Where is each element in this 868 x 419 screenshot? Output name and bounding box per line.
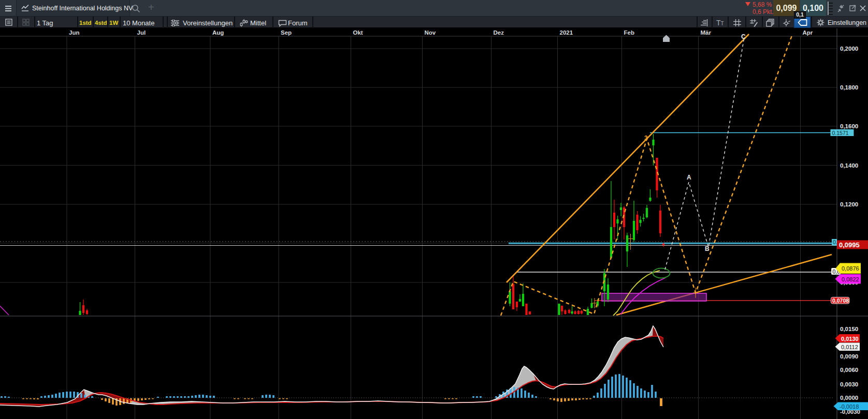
svg-text:0,1600: 0,1600 bbox=[840, 123, 858, 129]
svg-text:C: C bbox=[741, 33, 746, 40]
svg-text:0,0150: 0,0150 bbox=[840, 326, 858, 332]
svg-text:0,0995: 0,0995 bbox=[839, 241, 860, 249]
svg-text:-0,0018: -0,0018 bbox=[840, 403, 859, 410]
svg-text:3: 3 bbox=[644, 134, 648, 142]
svg-text:0,0000: 0,0000 bbox=[840, 395, 858, 401]
svg-text:0,0822: 0,0822 bbox=[842, 276, 859, 282]
svg-text:0,1200: 0,1200 bbox=[840, 201, 858, 207]
svg-text:0,1800: 0,1800 bbox=[840, 84, 858, 91]
svg-text:2021: 2021 bbox=[560, 29, 573, 36]
svg-text:Aug: Aug bbox=[212, 29, 224, 36]
svg-text:0,0130: 0,0130 bbox=[841, 336, 859, 342]
svg-text:Nov: Nov bbox=[425, 29, 436, 36]
svg-text:0,0090: 0,0090 bbox=[840, 353, 858, 360]
svg-text:0,1400: 0,1400 bbox=[840, 162, 858, 169]
svg-text:0,0876: 0,0876 bbox=[842, 265, 859, 272]
svg-text:0.: 0. bbox=[833, 239, 837, 245]
svg-text:Apr: Apr bbox=[803, 29, 813, 36]
svg-text:0,0112: 0,0112 bbox=[841, 344, 858, 350]
svg-text:0,0030: 0,0030 bbox=[840, 381, 858, 387]
svg-text:Sep: Sep bbox=[281, 29, 292, 36]
svg-text:0,2000: 0,2000 bbox=[840, 46, 858, 52]
svg-text:Okt: Okt bbox=[353, 29, 363, 36]
svg-text:0,0060: 0,0060 bbox=[840, 367, 858, 373]
svg-text:0,0708: 0,0708 bbox=[832, 297, 849, 304]
svg-text:A: A bbox=[687, 174, 691, 181]
svg-text:Mär: Mär bbox=[701, 29, 712, 36]
svg-text:Jun: Jun bbox=[69, 29, 79, 36]
svg-text:Feb: Feb bbox=[624, 29, 634, 36]
svg-text:0.1571: 0.1571 bbox=[832, 130, 849, 136]
svg-text:Jul: Jul bbox=[137, 29, 146, 36]
svg-text:B: B bbox=[705, 245, 710, 252]
svg-text:Dez: Dez bbox=[494, 29, 504, 36]
